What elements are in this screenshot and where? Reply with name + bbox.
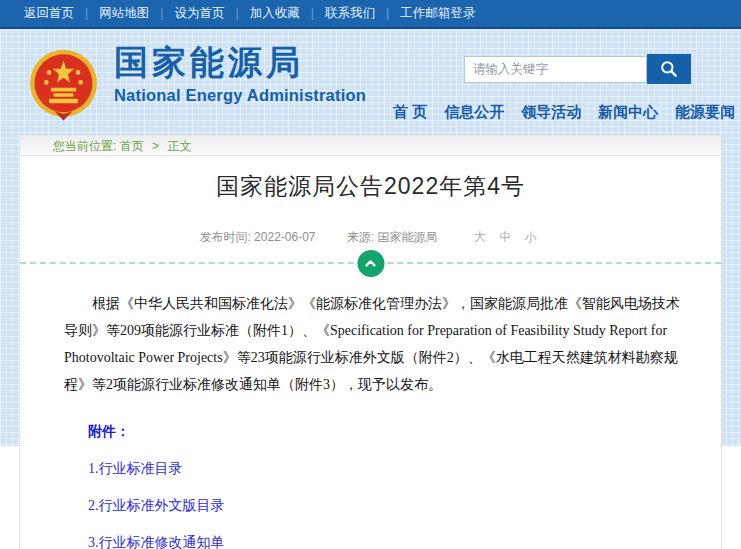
- attachment-link-3[interactable]: 3.行业标准修改通知单: [88, 534, 721, 549]
- topbar-link-sitemap[interactable]: 网站地图: [74, 5, 149, 22]
- breadcrumb: 您当前位置: 首页 > 正文: [20, 135, 721, 156]
- publish-time: 发布时间: 2022-06-07: [199, 230, 318, 244]
- publish-time-label: 发布时间:: [199, 230, 250, 244]
- topbar-link-work-mail-login[interactable]: 工作邮箱登录: [375, 5, 475, 22]
- font-size-controls: 大 中 小: [469, 230, 542, 244]
- breadcrumb-separator: >: [152, 139, 159, 153]
- nav-item-home[interactable]: 首 页: [393, 103, 427, 122]
- nav-item-leader-activities[interactable]: 领导活动: [521, 103, 581, 122]
- nav-item-energy-news[interactable]: 能源要闻: [675, 103, 735, 122]
- main-navigation: 首 页 信息公开 领导活动 新闻中心 能源要闻 在线办事: [393, 103, 741, 122]
- china-national-emblem-icon: [27, 48, 100, 124]
- search-bar: [464, 54, 691, 84]
- topbar-link-return-home[interactable]: 返回首页: [24, 5, 74, 22]
- publish-time-value: 2022-06-07: [254, 230, 315, 244]
- breadcrumb-home-link[interactable]: 首页: [120, 139, 144, 153]
- search-icon: [659, 59, 679, 79]
- site-name-english: National Energy Administration: [114, 82, 366, 108]
- nav-item-news-center[interactable]: 新闻中心: [598, 103, 658, 122]
- source-value: 国家能源局: [378, 230, 438, 244]
- source: 来源: 国家能源局: [347, 230, 441, 244]
- search-button[interactable]: [647, 54, 691, 84]
- collapse-button[interactable]: [357, 250, 384, 277]
- attachment-link-1[interactable]: 1.行业标准目录: [88, 460, 721, 478]
- font-size-medium-button[interactable]: 中: [499, 230, 511, 244]
- breadcrumb-label: 您当前位置:: [53, 139, 116, 153]
- announcement-paragraph: 根据《中华人民共和国标准化法》《能源标准化管理办法》，国家能源局批准《智能风电场…: [64, 290, 683, 398]
- site-brand: 国家能源局 National Energy Administration: [114, 42, 366, 108]
- breadcrumb-current: 正文: [167, 139, 191, 153]
- attachment-link-2[interactable]: 2.行业标准外文版目录: [88, 497, 721, 515]
- top-utility-bar: 返回首页 网站地图 设为首页 加入收藏 联系我们 工作邮箱登录: [0, 0, 741, 29]
- source-label: 来源:: [347, 230, 374, 244]
- nav-item-info-disclosure[interactable]: 信息公开: [444, 103, 504, 122]
- page-title: 国家能源局公告2022年第4号: [20, 171, 721, 202]
- site-name: 国家能源局: [114, 42, 366, 82]
- topbar-link-set-homepage[interactable]: 设为首页: [149, 5, 224, 22]
- topbar-link-add-favorite[interactable]: 加入收藏: [225, 5, 300, 22]
- search-input[interactable]: [464, 56, 647, 83]
- content-card: 您当前位置: 首页 > 正文 国家能源局公告2022年第4号 发布时间: 202…: [19, 135, 722, 549]
- site-header: 国家能源局 National Energy Administration 首 页…: [0, 31, 741, 130]
- font-size-small-button[interactable]: 小: [525, 230, 537, 244]
- attachments-label: 附件：: [88, 423, 721, 441]
- font-size-large-button[interactable]: 大: [474, 230, 486, 244]
- article-meta: 发布时间: 2022-06-07 来源: 国家能源局 大 中 小: [20, 229, 721, 246]
- chevron-up-icon: [363, 256, 379, 272]
- green-dashed-divider: [20, 262, 721, 264]
- topbar-link-contact-us[interactable]: 联系我们: [300, 5, 375, 22]
